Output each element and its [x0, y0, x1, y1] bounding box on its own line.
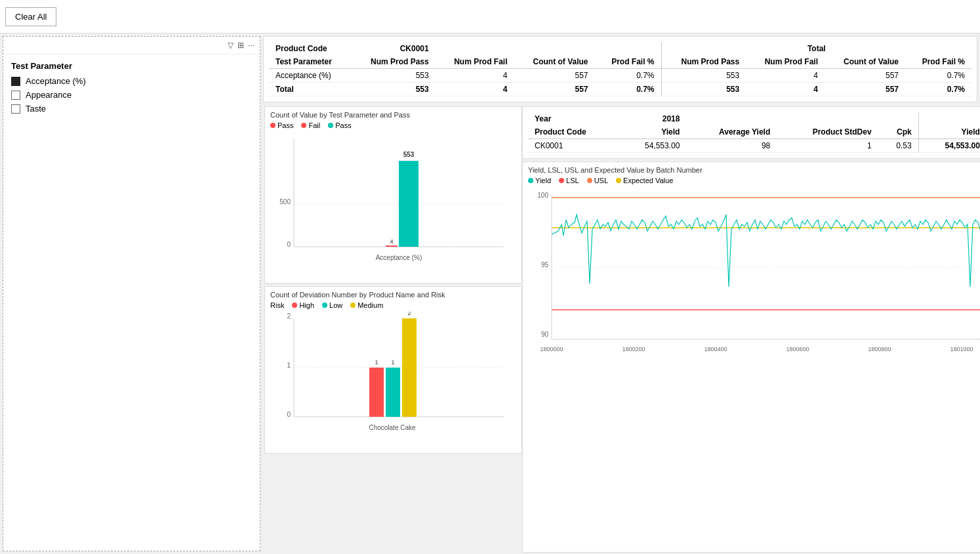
- yield-legend: Yield: [528, 177, 551, 184]
- svg-text:1: 1: [391, 359, 394, 366]
- svg-text:0: 0: [287, 411, 291, 418]
- ck0001-std-dev: 1: [777, 139, 878, 153]
- chart2-legend: Risk High Low Medium: [265, 300, 521, 310]
- std-dev-col: Product StdDev: [777, 125, 878, 139]
- medium-bar: [402, 318, 417, 417]
- legend-risk-label: Risk: [270, 301, 284, 309]
- total-label: Total: [269, 83, 351, 96]
- svg-text:553: 553: [403, 151, 415, 158]
- filter-item-appearance[interactable]: Appearance: [11, 90, 252, 100]
- ck0001-cpk: 0.53: [878, 139, 919, 153]
- total-count-of-value: 557: [514, 83, 595, 96]
- legend-pass-label: Pass: [270, 121, 293, 129]
- yield-col: Yield: [619, 125, 686, 139]
- yield-chart-container: 100 95 90: [523, 186, 980, 552]
- legend-fail-label: Fail: [301, 121, 320, 129]
- svg-text:2: 2: [407, 312, 411, 316]
- ck0001-label: CK0001: [528, 139, 619, 153]
- filter-panel-header: ▽ ⊞ ···: [3, 37, 260, 54]
- svg-text:0: 0: [287, 241, 291, 248]
- filter-item-taste[interactable]: Taste: [11, 104, 252, 114]
- right-panels: Year 2018 Total Product Code Yield: [521, 105, 980, 554]
- svg-text:90: 90: [541, 331, 549, 338]
- grand-total-num-prod-pass: 553: [661, 83, 746, 96]
- svg-text:95: 95: [541, 261, 549, 268]
- chart2-x-label: Chocolate Cake: [369, 424, 416, 431]
- chart1-svg-container: 0 500 4 553 Accep: [265, 131, 521, 283]
- chart2-svg-container: 0 1 2 1 1: [265, 310, 521, 453]
- cpk-col: Cpk: [878, 125, 919, 139]
- chart2-title: Count of Deviation Number by Product Nam…: [265, 287, 521, 300]
- product-table: Product Code CK0001 Total Test Parameter…: [269, 42, 971, 96]
- filter-icon[interactable]: ▽: [228, 41, 234, 50]
- svg-text:1: 1: [375, 359, 378, 366]
- row-num-prod-fail: 4: [436, 69, 514, 83]
- count-of-value-col-header: Count of Value: [514, 55, 595, 69]
- grid-icon[interactable]: ⊞: [237, 41, 244, 50]
- checkbox-acceptance[interactable]: [11, 77, 20, 86]
- spacer1: [436, 42, 514, 55]
- row-total-count-of-value: 557: [825, 69, 905, 83]
- spacer3: [595, 42, 662, 55]
- total-prod-fail-pct: 0.7%: [595, 83, 662, 96]
- product-table-container: Product Code CK0001 Total Test Parameter…: [263, 36, 977, 102]
- checkbox-taste[interactable]: [11, 104, 20, 114]
- clear-all-button[interactable]: Clear All: [5, 7, 56, 26]
- test-param-col-header: Test Parameter: [269, 55, 351, 69]
- svg-text:1: 1: [287, 362, 291, 369]
- filter-panel: ▽ ⊞ ··· Test Parameter Acceptance (%) Ap…: [3, 36, 260, 551]
- svg-text:1800800: 1800800: [868, 346, 891, 352]
- svg-text:1800400: 1800400: [704, 346, 727, 352]
- row-total-prod-fail-pct: 0.7%: [905, 69, 971, 83]
- fail-bar: [386, 245, 398, 247]
- high-bar: [369, 368, 384, 417]
- count-of-value-chart: Count of Value by Test Parameter and Pas…: [264, 106, 522, 284]
- top-bar: Clear All: [0, 0, 980, 33]
- ck0001-yield: 54,553.00: [619, 139, 686, 153]
- row-num-prod-pass: 553: [351, 69, 436, 83]
- yield-line-chart: Yield, LSL, USL and Expected Value by Ba…: [522, 161, 980, 553]
- total-prod-fail-pct-col-header: Prod Fail %: [905, 55, 971, 69]
- legend-low-label: Low: [322, 301, 342, 309]
- filter-label-acceptance: Acceptance (%): [26, 76, 86, 86]
- total-count-of-value-col-header: Count of Value: [825, 55, 905, 69]
- y-spacer3: [878, 112, 919, 125]
- svg-text:1800600: 1800600: [786, 346, 809, 352]
- filter-body: Test Parameter Acceptance (%) Appearance…: [3, 54, 260, 551]
- ck0001-avg-yield: 98: [686, 139, 777, 153]
- total-num-prod-pass: 553: [351, 83, 436, 96]
- legend-fail-dot: [301, 123, 306, 128]
- svg-text:1800000: 1800000: [540, 346, 563, 352]
- filter-item-acceptance[interactable]: Acceptance (%): [11, 76, 252, 86]
- row-prod-fail-pct: 0.7%: [595, 69, 662, 83]
- total-row: Total 553 4 557 0.7% 553 4 557 0.7%: [269, 83, 971, 96]
- filter-label-taste: Taste: [26, 104, 46, 114]
- yield-chart-legend: Yield LSL USL Expected Value: [523, 175, 980, 186]
- usl-legend: USL: [587, 177, 608, 184]
- yield-table: Year 2018 Total Product Code Yield: [528, 112, 980, 153]
- row-total-num-prod-pass: 553: [661, 69, 746, 83]
- yield-table-container: Year 2018 Total Product Code Yield: [522, 106, 980, 159]
- svg-text:2: 2: [287, 312, 291, 320]
- bottom-section: Count of Value by Test Parameter and Pas…: [263, 105, 980, 554]
- grand-total-prod-fail-pct: 0.7%: [905, 83, 971, 96]
- yield-dot: [528, 178, 533, 183]
- num-prod-pass-col-header: Num Prod Pass: [351, 55, 436, 69]
- legend-pass-dot: [270, 123, 276, 128]
- checkbox-appearance[interactable]: [11, 91, 20, 100]
- chart2-svg: 0 1 2 1 1: [268, 312, 510, 443]
- usl-dot: [587, 178, 592, 183]
- lsl-dot: [559, 178, 564, 183]
- legend-pass2-label: Pass: [328, 121, 351, 129]
- grand-total-num-prod-fail: 4: [746, 83, 825, 96]
- svg-text:500: 500: [279, 198, 291, 205]
- year-label: Year: [528, 112, 619, 125]
- svg-text:1801000: 1801000: [950, 346, 973, 352]
- product-code-value: CK0001: [351, 42, 436, 55]
- more-icon[interactable]: ···: [248, 41, 255, 50]
- total-num-prod-pass-col-header: Num Prod Pass: [661, 55, 746, 69]
- legend-medium-label: Medium: [350, 301, 383, 309]
- deviation-chart: Count of Deviation Number by Product Nam…: [264, 286, 522, 454]
- filter-label-appearance: Appearance: [26, 90, 71, 100]
- row-param-name: Acceptance (%): [269, 69, 351, 83]
